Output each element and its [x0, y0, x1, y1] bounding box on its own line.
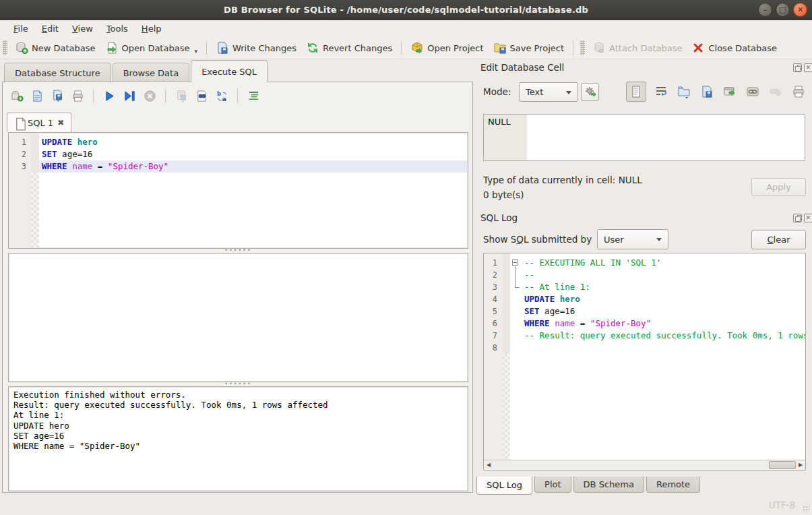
code-line: 1−-- EXECUTING ALL IN 'SQL 1' — [484, 257, 805, 269]
fold-marker[interactable]: − — [510, 257, 522, 269]
execution-message-pane[interactable]: Execution finished without errors. Resul… — [8, 386, 468, 491]
results-pane[interactable] — [8, 253, 468, 382]
fold-margin — [510, 281, 522, 293]
line-number: 1 — [484, 257, 502, 269]
menu-help[interactable]: Help — [135, 22, 168, 36]
code-line: 2-- — [484, 269, 805, 281]
sql-document-icon — [14, 117, 24, 128]
toolbar-drag-handle[interactable] — [3, 40, 7, 55]
open-project-button[interactable]: Open Project — [406, 38, 488, 57]
log-horizontal-scrollbar[interactable]: ◀ ▶ — [484, 460, 805, 470]
fold-margin — [510, 317, 522, 330]
svg-text:b: b — [216, 90, 220, 96]
attach-database-button[interactable]: Attach Database — [588, 38, 687, 57]
edit-cell-dock-controls: ✕ — [793, 63, 812, 72]
format-sql-icon[interactable] — [245, 88, 262, 104]
sql-tab[interactable]: SQL 1 ✖ — [7, 113, 71, 132]
svg-text:a: a — [222, 95, 226, 102]
set-null-icon[interactable] — [768, 84, 784, 100]
close-database-button[interactable]: Close Database — [687, 38, 782, 57]
save-results-icon[interactable] — [173, 88, 190, 104]
minimize-icon[interactable]: – — [758, 3, 772, 17]
toolbar-separator — [573, 40, 573, 55]
resize-grip[interactable] — [803, 506, 809, 512]
sql-editor[interactable]: 1UPDATE hero2SET age=163WHERE name = "Sp… — [8, 132, 468, 249]
apply-button[interactable]: Apply — [751, 178, 806, 196]
code-line: 6WHERE name = "Spider-Boy" — [484, 317, 805, 330]
fold-margin — [510, 330, 522, 342]
toolbar-drag-handle[interactable] — [580, 40, 585, 55]
tab-browse-data[interactable]: Browse Data — [113, 63, 190, 82]
scrollbar-thumb[interactable] — [769, 461, 796, 469]
import-cell-data-icon[interactable] — [676, 84, 692, 100]
find-replace-icon[interactable]: ba — [213, 88, 230, 104]
open-sql-tab-icon[interactable] — [8, 88, 26, 104]
find-icon[interactable] — [193, 88, 210, 104]
execute-all-icon[interactable] — [100, 88, 118, 104]
toolbar-separator — [93, 88, 94, 103]
mode-select[interactable]: Text — [519, 82, 578, 102]
tab-execute-sql[interactable]: Execute SQL — [191, 60, 268, 82]
line-number: 2 — [484, 269, 502, 281]
open-database-dropdown-caret[interactable]: ▾ — [194, 48, 197, 55]
cell-editor-toolbar — [626, 82, 807, 102]
log-filter-select[interactable]: User — [597, 229, 668, 249]
text-mode-button[interactable] — [626, 82, 646, 102]
print-sql-icon[interactable] — [69, 88, 86, 104]
sql-tab-label: SQL 1 — [28, 118, 53, 128]
title-bar[interactable]: DB Browser for SQLite - /home/user/code/… — [0, 0, 812, 20]
save-sql-file-icon[interactable] — [49, 88, 66, 104]
tab-db-schema[interactable]: DB Schema — [573, 477, 644, 493]
execution-message-text: Execution finished without errors. Resul… — [13, 390, 463, 451]
toolbar-separator — [165, 88, 166, 103]
fold-margin — [510, 342, 522, 354]
export-cell-data-icon[interactable] — [699, 84, 715, 100]
toolbar-separator — [206, 40, 207, 55]
open-sql-file-icon[interactable] — [28, 88, 46, 104]
close-panel-icon[interactable]: ✕ — [804, 63, 812, 72]
close-panel-icon[interactable]: ✕ — [804, 214, 812, 222]
mode-label: Mode: — [483, 86, 511, 97]
revert-changes-icon — [306, 41, 319, 55]
scroll-right-icon[interactable]: ▶ — [796, 460, 805, 470]
new-database-button[interactable]: New Database — [10, 38, 100, 57]
sql-log-view[interactable]: 1−-- EXECUTING ALL IN 'SQL 1'2--3-- At l… — [483, 253, 806, 471]
maximize-icon[interactable]: □ — [776, 3, 790, 17]
line-number: 1 — [9, 136, 31, 148]
save-project-button[interactable]: Save Project — [489, 38, 569, 57]
line-number: 7 — [484, 330, 502, 342]
stop-execution-icon[interactable] — [141, 88, 158, 104]
float-panel-icon[interactable] — [793, 63, 802, 72]
cell-value-editor[interactable]: NULL — [483, 114, 805, 161]
revert-changes-button[interactable]: Revert Changes — [301, 38, 397, 57]
word-wrap-icon[interactable] — [653, 84, 669, 100]
float-panel-icon[interactable] — [793, 214, 802, 222]
line-number: 5 — [484, 305, 502, 317]
clear-log-button[interactable]: Clear — [751, 230, 806, 249]
code-line: 4UPDATE hero — [484, 293, 805, 305]
open-in-external-icon[interactable] — [722, 84, 738, 100]
tab-plot[interactable]: Plot — [534, 477, 571, 493]
line-number: 6 — [484, 317, 502, 330]
menu-edit[interactable]: Edit — [35, 22, 65, 36]
tab-database-structure[interactable]: Database Structure — [4, 63, 111, 82]
code-line: 3-- At line 1: — [484, 281, 805, 293]
sql-tab-close-icon[interactable]: ✖ — [57, 118, 64, 127]
execute-line-icon[interactable] — [121, 88, 138, 104]
write-changes-button[interactable]: Write Changes — [211, 38, 301, 57]
scroll-left-icon[interactable]: ◀ — [484, 460, 493, 470]
menu-file[interactable]: File — [7, 22, 35, 36]
menu-tools[interactable]: Tools — [100, 22, 135, 36]
edit-cell-title: Edit Database Cell — [480, 62, 564, 73]
auto-switch-mode-button[interactable] — [581, 83, 599, 101]
print-cell-icon[interactable] — [790, 84, 807, 100]
tab-sql-log[interactable]: SQL Log — [476, 477, 532, 495]
tab-remote[interactable]: Remote — [646, 477, 700, 493]
open-project-icon — [410, 41, 424, 55]
close-icon[interactable]: ✕ — [793, 3, 807, 17]
open-database-button[interactable]: Open Database ▾ — [100, 38, 202, 57]
menu-view[interactable]: View — [65, 22, 100, 36]
line-number: 8 — [484, 342, 502, 354]
code-line: 5SET age=16 — [484, 305, 805, 317]
copy-link-icon[interactable] — [745, 84, 761, 100]
